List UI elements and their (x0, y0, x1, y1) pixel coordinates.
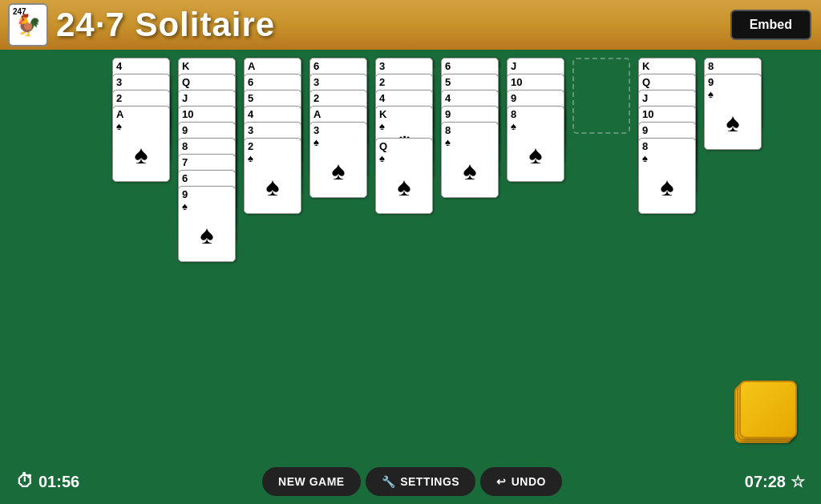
card-8-c7[interactable]: 8♠ ♠ (507, 106, 564, 182)
wrench-icon: 🔧 (382, 475, 396, 488)
settings-label: SETTINGS (400, 475, 459, 488)
card-3b-c4[interactable]: 3♠ ♠ (309, 122, 367, 198)
card-8-c6[interactable]: 8♠ ♠ (441, 122, 499, 198)
tableau: 4♠ ♠ 3♠ ♠ 2♠ ♠ A♠ ♠ K♠ ♠ Q♠ (0, 50, 821, 504)
undo-label: UNDO (512, 475, 546, 488)
header: 247 🐓 24·7 Solitaire Embed (0, 0, 821, 50)
column-1: 4♠ ♠ 3♠ ♠ 2♠ ♠ A♠ ♠ (112, 58, 176, 378)
stock-card-3 (739, 381, 797, 438)
logo-text: 247 (13, 7, 26, 16)
embed-button[interactable]: Embed (730, 10, 811, 40)
column-5: 3♠ ♠ 2♠ ♠ 4♠ ♠ K♠ ♛ Q♠ ♠ (375, 58, 439, 378)
column-2: K♠ ♠ Q♠ ♠ J♠ ♠ 10♠ ♠ 9♠ ♠ 8♠ ♠ (178, 58, 242, 378)
column-7: J♠ ♠ 10♠ ♠ 9♠ ♠ 8♠ ♠ (507, 58, 571, 378)
undo-icon: ↩ (496, 475, 507, 488)
column-4: 6♠ ♠ 3♠ ♠ 2♠ ♠ A♠ ♠ 3♠ ♠ (309, 58, 374, 378)
clock-icon: ⏱ (16, 471, 34, 492)
card-q-c5[interactable]: Q♠ ♠ (375, 138, 433, 214)
timer-left: ⏱ 01:56 (16, 471, 79, 492)
bottom-bar: ⏱ 01:56 NEW GAME 🔧 SETTINGS ↩ UNDO 07:28… (0, 459, 821, 504)
settings-button[interactable]: 🔧 SETTINGS (366, 467, 476, 496)
empty-slot-8[interactable] (572, 58, 630, 134)
card-9s2-c2[interactable]: 9♠ ♠ (178, 186, 236, 262)
card-8-c9[interactable]: 8♠ ♠ (638, 138, 696, 214)
card-2-c3[interactable]: 2♠ ♠ (244, 138, 301, 214)
star-icon: ☆ (791, 472, 805, 491)
timer-right-value: 07:28 (745, 473, 786, 491)
timer-left-value: 01:56 (38, 473, 79, 491)
column-9: K♠ ♠ Q♠ ♠ J♠ ♠ 10♠ ♠ 9♠ ♠ 8♠ ♠ (638, 58, 702, 378)
new-game-button[interactable]: NEW GAME (262, 467, 361, 496)
game-area: 4♠ ♠ 3♠ ♠ 2♠ ♠ A♠ ♠ K♠ ♠ Q♠ (0, 50, 821, 504)
bottom-buttons: NEW GAME 🔧 SETTINGS ↩ UNDO (262, 467, 562, 496)
game-title: 24·7 Solitaire (56, 6, 275, 44)
column-8 (572, 58, 637, 378)
column-10: 8♠ ♠ 9♠ ♠ (704, 58, 768, 378)
rooster-icon: 🐓 (15, 13, 41, 38)
card-9-c10[interactable]: 9♠ ♠ (704, 74, 762, 150)
undo-button[interactable]: ↩ UNDO (480, 467, 562, 496)
timer-right: 07:28 ☆ (745, 472, 805, 491)
column-6: 6♠ ♠ 5♠ ♠ 4♠ ♠ 9♠ ♠ 8♠ ♠ (441, 58, 505, 378)
logo-card: 247 🐓 (8, 3, 48, 46)
stock-pile[interactable]: 🐓 247 (734, 385, 797, 448)
card-as[interactable]: A♠ ♠ (112, 106, 170, 182)
column-3: A♠ ♠ 6♠ ♠ 5♠ ♠ 4♠ ♠ 3♠ ♠ 2♠ ♠ (244, 58, 308, 378)
